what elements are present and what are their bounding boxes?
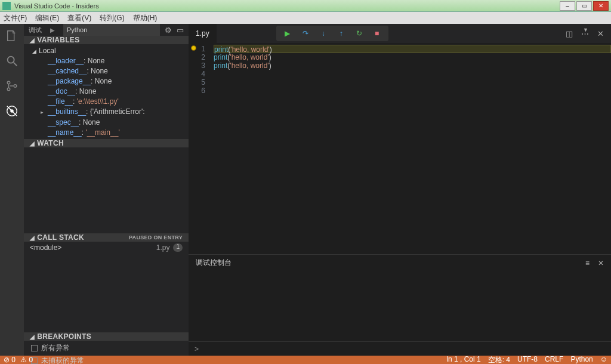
menu-help[interactable]: 帮助(H) bbox=[133, 13, 158, 23]
maximize-button[interactable]: ▭ bbox=[576, 1, 592, 11]
watch-panel-header[interactable]: ◢WATCH bbox=[24, 139, 189, 147]
variables-panel: ◢Local __loader__: None__cached__: None_… bbox=[24, 44, 189, 139]
breakpoints-panel-header[interactable]: ◢BREAKPOINTS bbox=[24, 332, 189, 341]
svg-point-3 bbox=[7, 88, 10, 91]
close-panel-icon[interactable]: ✕ bbox=[598, 259, 604, 267]
window-titlebar: Visual Studio Code - Insiders – ▭ ✕ bbox=[0, 0, 611, 12]
filter-icon[interactable]: ≡ bbox=[585, 259, 590, 267]
checkbox[interactable] bbox=[31, 345, 38, 351]
svg-point-4 bbox=[14, 85, 17, 88]
explorer-icon[interactable] bbox=[5, 29, 19, 43]
status-language[interactable]: Python bbox=[570, 355, 593, 365]
debug-icon[interactable] bbox=[5, 104, 19, 118]
variable-item[interactable]: __doc__: None bbox=[24, 87, 189, 97]
menu-view[interactable]: 查看(V) bbox=[67, 13, 91, 23]
app-icon bbox=[2, 2, 11, 10]
breakpoint-indicator[interactable] bbox=[191, 45, 196, 51]
menu-bar: 文件(F) 编辑(E) 查看(V) 转到(G) 帮助(H) bbox=[0, 12, 611, 24]
status-errors[interactable]: ⊘ 0 bbox=[4, 356, 16, 364]
callstack-panel: <module> 1.py 1 bbox=[24, 242, 189, 254]
continue-icon[interactable]: ▶ bbox=[283, 29, 292, 38]
sidebar-title: 调试 bbox=[29, 26, 42, 35]
variable-item[interactable]: __spec__: None bbox=[24, 118, 189, 128]
breakpoint-item[interactable]: 所有异常 bbox=[24, 342, 189, 354]
app-body: 调试 ▶ ▼ ⚙ ▭ ◢VARIABLES ◢Local __loader__:… bbox=[0, 24, 611, 356]
callstack-status: PAUSED ON ENTRY bbox=[129, 235, 183, 240]
variable-item[interactable]: __loader__: None bbox=[24, 56, 189, 66]
variable-item[interactable]: __cached__: None bbox=[24, 66, 189, 76]
debug-console-body[interactable] bbox=[189, 271, 611, 341]
editor-area: 1.py ▶ ↷ ↓ ↑ ↻ ■ ◫ ⋯ ✕ 123456 print('hel… bbox=[189, 24, 611, 356]
sidebar-header: 调试 ▶ ▼ ⚙ ▭ bbox=[24, 24, 189, 36]
watch-panel bbox=[24, 147, 189, 233]
breakpoints-panel: 所有异常 未捕获的异常 bbox=[24, 341, 189, 364]
debug-sidebar: 调试 ▶ ▼ ⚙ ▭ ◢VARIABLES ◢Local __loader__:… bbox=[24, 24, 189, 356]
close-editor-icon[interactable]: ✕ bbox=[597, 29, 604, 38]
breakpoint-item[interactable]: 未捕获的异常 bbox=[24, 354, 189, 364]
activity-bar bbox=[0, 24, 24, 356]
status-cursor[interactable]: ln 1 , Col 1 bbox=[446, 355, 480, 365]
debug-console-title: 调试控制台 bbox=[196, 258, 232, 268]
status-encoding[interactable]: UTF-8 bbox=[517, 355, 538, 365]
restart-icon[interactable]: ↻ bbox=[355, 29, 363, 38]
step-out-icon[interactable]: ↑ bbox=[337, 29, 345, 38]
variable-item[interactable]: __name__: '__main__' bbox=[24, 128, 189, 138]
more-icon[interactable]: ⋯ bbox=[581, 29, 589, 38]
callstack-panel-header[interactable]: ◢CALL STACK PAUSED ON ENTRY bbox=[24, 233, 189, 242]
minimize-button[interactable]: – bbox=[560, 1, 575, 11]
search-icon[interactable] bbox=[5, 54, 19, 68]
close-button[interactable]: ✕ bbox=[593, 1, 609, 11]
debug-toolbar: ▶ ↷ ↓ ↑ ↻ ■ bbox=[276, 26, 388, 41]
window-title: Visual Studio Code - Insiders bbox=[14, 2, 560, 10]
menu-goto[interactable]: 转到(G) bbox=[100, 13, 124, 23]
status-spaces[interactable]: 空格: 4 bbox=[488, 355, 510, 365]
start-debug-icon[interactable]: ▶ bbox=[50, 27, 55, 33]
step-over-icon[interactable]: ↷ bbox=[301, 29, 310, 38]
debug-console-icon[interactable]: ▭ bbox=[177, 26, 184, 35]
variables-panel-header[interactable]: ◢VARIABLES bbox=[24, 36, 189, 44]
menu-edit[interactable]: 编辑(E) bbox=[35, 13, 59, 23]
editor-top: 1.py ▶ ↷ ↓ ↑ ↻ ■ ◫ ⋯ ✕ bbox=[189, 24, 611, 43]
status-eol[interactable]: CRLF bbox=[545, 355, 563, 365]
stop-icon[interactable]: ■ bbox=[373, 29, 381, 38]
svg-line-1 bbox=[14, 63, 17, 66]
source-control-icon[interactable] bbox=[5, 79, 19, 93]
gutter: 123456 bbox=[189, 43, 214, 95]
status-warnings[interactable]: ⚠ 0 bbox=[20, 356, 33, 364]
scope-local[interactable]: ◢Local bbox=[24, 45, 189, 56]
debug-config-select[interactable] bbox=[63, 24, 160, 36]
editor-tab[interactable]: 1.py bbox=[189, 24, 217, 43]
menu-file[interactable]: 文件(F) bbox=[4, 13, 27, 23]
variable-item[interactable]: __package__: None bbox=[24, 76, 189, 87]
split-editor-icon[interactable]: ◫ bbox=[566, 29, 573, 38]
variable-item[interactable]: __file__: 'e:\\test\\1.py' bbox=[24, 97, 189, 107]
window-controls: – ▭ ✕ bbox=[560, 1, 609, 11]
debug-console-header: 调试控制台 ≡ ✕ bbox=[189, 254, 611, 271]
stack-frame[interactable]: <module> 1.py 1 bbox=[24, 242, 189, 254]
code-editor[interactable]: 123456 print('hello, world')print('hello… bbox=[189, 43, 611, 95]
svg-point-2 bbox=[7, 81, 10, 84]
feedback-icon[interactable]: ☺ bbox=[600, 355, 607, 365]
svg-point-0 bbox=[8, 57, 14, 63]
variable-item[interactable]: ▸__builtins__: {'ArithmeticError': bbox=[24, 107, 189, 118]
debug-console-input[interactable]: > bbox=[189, 341, 611, 356]
step-into-icon[interactable]: ↓ bbox=[319, 29, 328, 38]
gear-icon[interactable]: ⚙ bbox=[165, 26, 172, 35]
